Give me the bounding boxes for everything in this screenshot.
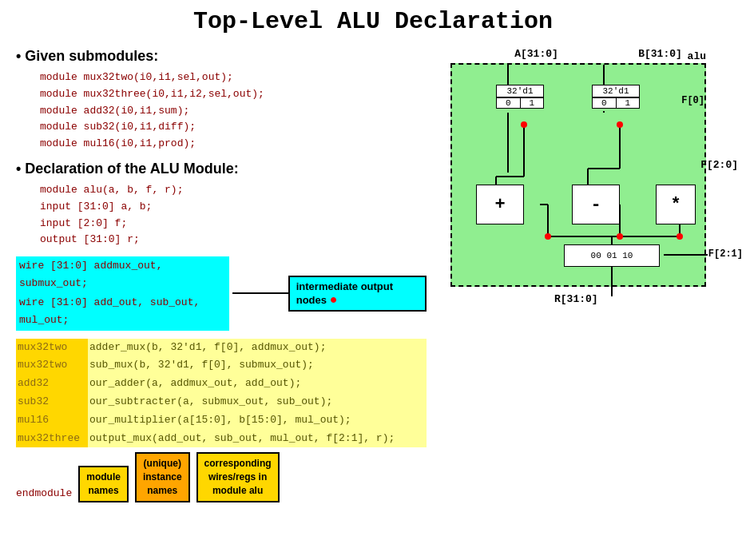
detail-col-4: our_multiplier(a[15:0], b[15:0], mul_out… [88,411,427,430]
mux2-top: 32'd1 [593,85,639,97]
code-line-3: module add32(i0,i1,sum); [40,103,427,120]
mux2-box: 32'd1 0 1 [592,85,640,109]
module-col-4: mul16 [16,411,88,430]
ab-labels: A[31:0] B[31:0] [450,48,722,60]
module-col-2: add32 [16,375,88,393]
detail-col-3: our_subtracter(a, submux_out, sub_out); [88,393,427,411]
module-col-1: mux32two [16,356,88,375]
declaration-title: Declaration of the ALU Module: [16,161,427,177]
callout-box: intermediate output nodes ● [288,276,427,312]
mux3-box: 00 01 10 [564,244,660,267]
label-A: A[31:0] [514,48,558,60]
submodules-section: Given submodules: module mux32two(i0,i1,… [16,48,427,153]
label-B: B[31:0] [638,48,682,60]
mux1-sel-row: 0 1 [497,97,543,108]
wires-regs-text: correspondingwires/regs inmodule alu [204,458,272,496]
svg-point-22 [521,121,527,128]
code-line-2: module mux32three(i0,i1,i2,sel,out); [40,86,427,103]
instance-table: mux32two adder_mux(b, 32'd1, f[0], addmu… [16,339,427,448]
mult-box: * [656,185,696,224]
detail-col-5: output_mux(add_out, sub_out, mul_out, f[… [88,430,427,448]
code-line-5: module mul16(i0,i1,prod); [40,136,427,153]
table-row: add32 our_adder(a, addmux_out, add_out); [16,375,427,393]
mux2-sel1: 1 [617,98,640,108]
table-row: mux32three output_mux(add_out, sub_out, … [16,430,427,448]
submodules-code: module mux32two(i0,i1,sel,out); module m… [40,70,427,153]
decl-line-4: output [31:0] r; [40,232,427,248]
r-label: R[31:0] [554,293,598,305]
diagram-area: A[31:0] B[31:0] alu [435,48,730,502]
wires-regs-label: correspondingwires/regs inmodule alu [196,452,280,502]
code-line-1: module mux32two(i0,i1,sel,out); [40,70,427,86]
endmodule-text: endmodule [16,487,72,502]
detail-col-0: adder_mux(b, 32'd1, f[0], addmux_out); [88,339,427,357]
table-row: mux32two adder_mux(b, 32'd1, f[0], addmu… [16,339,427,357]
module-names-label: modulenames [78,466,129,502]
mux2-sel-row: 0 1 [593,97,639,108]
code-line-4: module sub32(i0,i1,diff); [40,119,427,136]
mux1-top: 32'd1 [497,85,543,97]
declaration-code: module alu(a, b, f, r); input [31:0] a, … [40,182,427,248]
table-row: sub32 our_subtracter(a, submux_out, sub_… [16,393,427,411]
svg-point-23 [617,121,623,128]
callout-connector-line [232,292,288,294]
detail-col-1: sub_mux(b, 32'd1, f[0], submux_out); [88,356,427,375]
table-row: mux32two sub_mux(b, 32'd1, f[0], submux_… [16,356,427,375]
alu-label: alu [688,50,706,62]
decl-line-3: input [2:0] f; [40,216,427,232]
decl-line-1: module alu(a, b, f, r); [40,182,427,199]
module-col-3: sub32 [16,393,88,411]
instance-names-text: (unique)instancenames [143,458,182,496]
module-col-5: mux32three [16,430,88,448]
svg-point-17 [617,233,623,240]
svg-point-18 [677,233,683,240]
page-title: Top-Level ALU Declaration [16,8,730,35]
mux1-sel0: 0 [497,98,521,108]
callout-red-dot: ● [330,292,338,306]
svg-point-16 [545,233,551,240]
instance-names-label: (unique)instancenames [135,452,190,502]
alu-box: alu [450,63,706,287]
mux2-sel0: 0 [593,98,617,108]
wire-line-1: wire [31:0] addmux_out, submux_out; [16,256,229,293]
mux1-sel1: 1 [521,98,544,108]
callout-text: intermediate output nodes [296,280,393,306]
module-col-0: mux32two [16,339,88,357]
f21-label: F[2:1] [708,248,743,260]
instance-section: mux32two adder_mux(b, 32'd1, f[0], addmu… [16,339,427,448]
table-row: mul16 our_multiplier(a[15:0], b[15:0], m… [16,411,427,430]
wire-highlight-block: wire [31:0] addmux_out, submux_out; wire… [16,256,229,330]
mux1-box: 32'd1 0 1 [496,85,544,109]
detail-col-2: our_adder(a, addmux_out, add_out); [88,375,427,393]
f0-label: F[0] [681,95,704,106]
mux3-text: 00 01 10 [591,251,633,260]
wire-line-2: wire [31:0] add_out, sub_out, mul_out; [16,293,229,330]
plus-box: + [476,185,524,224]
f20-label: F[2:0] [700,159,738,171]
module-names-text: modulenames [86,471,121,496]
minus-box: - [572,185,620,224]
wire-callout-area: wire [31:0] addmux_out, submux_out; wire… [16,256,427,330]
declaration-section: Declaration of the ALU Module: module al… [16,161,427,248]
submodules-title: Given submodules: [16,48,427,65]
diagram-container: alu [435,63,738,311]
decl-line-2: input [31:0] a, b; [40,199,427,216]
endmodule-row: endmodule modulenames (unique)instancena… [16,452,427,502]
